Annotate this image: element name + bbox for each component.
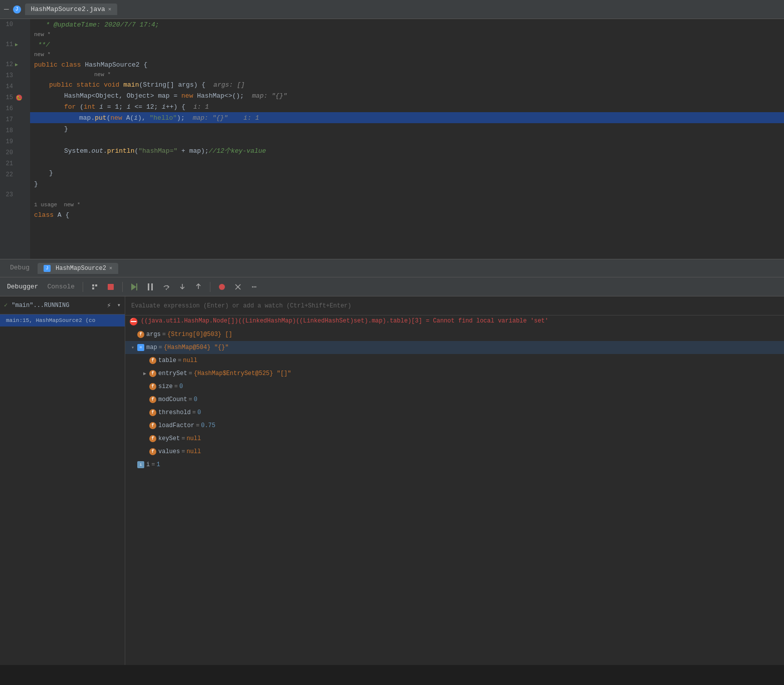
var-table[interactable]: f table = null [125, 354, 784, 367]
code-line-10b: **/ [30, 39, 784, 50]
code-line-19 [30, 156, 784, 167]
expand-thread-icon[interactable]: ▾ [117, 301, 121, 309]
var-loadfactor[interactable]: f loadFactor = 0.75 [125, 419, 784, 432]
tab-hashmap-source[interactable]: J HashMapSource2 × [38, 263, 118, 274]
map-expand-icon[interactable]: ▾ [129, 344, 136, 351]
code-line-13: HashMap<Object, Object> map = new HashMa… [30, 90, 784, 101]
table-type-icon: f [149, 357, 156, 364]
line-num-17: 17 [2, 116, 13, 123]
size-name: size [158, 383, 173, 390]
section-new1: new * [30, 30, 784, 39]
frames-panel: ✓ "main"...RUNNING ⚡ ▾ main:15, HashMapS… [0, 296, 125, 665]
mute-breakpoints-button[interactable] [215, 280, 228, 293]
var-threshold[interactable]: f threshold = 0 [125, 406, 784, 419]
line-num-12: 12 [2, 61, 13, 68]
gutter-row-17: 17 [0, 114, 30, 125]
gutter-row-16: 16 [0, 103, 30, 114]
loadfactor-name: loadFactor [158, 422, 194, 429]
table-name: table [158, 357, 176, 364]
debugger-tab[interactable]: Debugger [4, 283, 41, 290]
more-options-icon: ⋯ [251, 282, 256, 292]
pause-button[interactable] [144, 280, 157, 293]
var-map[interactable]: ▾ = map = {HashMap@504} "{}" [125, 341, 784, 354]
frame-label: main:15, HashMapSource2 (co [6, 317, 95, 323]
usage-label: 1 usage new * [30, 200, 784, 209]
line-num-19: 19 [2, 138, 13, 145]
map-name: map [146, 344, 157, 351]
gutter-row-18: 18 [0, 125, 30, 136]
error-icon: ⛔ [129, 317, 138, 326]
line-num-11: 11 [2, 41, 13, 48]
tab-close-button[interactable]: × [108, 7, 112, 13]
java-file-icon: J [13, 6, 21, 14]
line-num-18: 18 [2, 127, 13, 134]
code-line-10: * @updateTime: 2020/7/7 17:4; [30, 19, 784, 30]
step-into-button[interactable] [176, 280, 189, 293]
variables-panel: Evaluate expression (Enter) or add a wat… [125, 296, 784, 665]
hashmap-tab-close[interactable]: × [109, 265, 113, 271]
gutter-row-new2 [0, 50, 30, 59]
entryset-expand-icon[interactable]: ▶ [141, 370, 148, 377]
modcount-type-icon: f [149, 396, 156, 403]
editor-tab[interactable]: HashMapSource2.java × [25, 4, 118, 15]
keyset-value: null [186, 435, 201, 442]
var-modcount[interactable]: f modCount = 0 [125, 393, 784, 406]
window-menu-icon[interactable]: — [4, 5, 9, 14]
evaluate-placeholder: Evaluate expression (Enter) or add a wat… [131, 302, 351, 309]
size-type-icon: f [149, 383, 156, 390]
filter-icon[interactable]: ⚡ [107, 301, 111, 309]
clear-all-button[interactable] [231, 280, 244, 293]
code-line-23: class A { [30, 209, 784, 220]
stop-button[interactable] [104, 280, 117, 293]
frame-item-main[interactable]: main:15, HashMapSource2 (co [0, 314, 125, 326]
gutter-row-11: 11 ▶ [0, 39, 30, 50]
title-bar: — J HashMapSource2.java × [0, 0, 784, 19]
var-entryset[interactable]: ▶ f entrySet = {HashMap$EntrySet@525} "[… [125, 367, 784, 380]
evaluate-bar[interactable]: Evaluate expression (Enter) or add a wat… [125, 296, 784, 315]
entryset-name: entrySet [158, 370, 187, 377]
more-options-button[interactable]: ⋯ [247, 280, 260, 293]
gutter-row-23: 23 [0, 189, 30, 200]
restore-layout-button[interactable] [88, 280, 101, 293]
table-value: null [183, 357, 197, 364]
code-line-12: public static void main ( String[] args)… [30, 79, 784, 90]
debug-content: ✓ "main"...RUNNING ⚡ ▾ main:15, HashMapS… [0, 296, 784, 665]
var-args[interactable]: f args = {String[0]@503} [] [125, 328, 784, 341]
code-line-15: map. put ( new A( i ), "hello" ); map: "… [30, 112, 784, 123]
section-new2: new * [30, 50, 784, 59]
code-line-17 [30, 134, 784, 145]
line-num-22: 22 [2, 171, 13, 178]
svg-point-8 [219, 284, 225, 290]
entryset-type-icon: f [149, 370, 156, 377]
code-line-18: System. out . println ( "hashMap=" + map… [30, 145, 784, 156]
gutter-row-12: 12 ▶ [0, 59, 30, 70]
clear-all-icon [234, 283, 241, 290]
console-tab[interactable]: Console [44, 283, 78, 290]
i-type-icon: i [137, 461, 144, 468]
var-keyset[interactable]: f keySet = null [125, 432, 784, 445]
line-num-13: 13 [2, 72, 13, 79]
editor-area: 10 11 ▶ 12 ▶ 13 14 15 🐛 16 [0, 19, 784, 259]
gutter-row-new [0, 30, 30, 39]
threshold-type-icon: f [149, 409, 156, 416]
var-i[interactable]: i i = 1 [125, 458, 784, 471]
comment-10: * @updateTime: 2020/7/7 17:4; [42, 21, 159, 29]
args-name: args [146, 331, 161, 338]
running-check-icon: ✓ [4, 301, 8, 309]
var-size[interactable]: f size = 0 [125, 380, 784, 393]
arrow-12: ▶ [15, 62, 22, 68]
entryset-value: {HashMap$EntrySet@525} "[]" [194, 370, 291, 377]
step-over-button[interactable] [160, 280, 173, 293]
gutter-row-22: 22 [0, 169, 30, 180]
step-over-icon [163, 283, 170, 290]
code-line-22 [30, 189, 784, 200]
comment-10b: **/ [34, 41, 50, 49]
line-num-16: 16 [2, 105, 13, 112]
resume-button[interactable] [128, 280, 141, 293]
breakpoint-icon-15[interactable]: 🐛 [16, 95, 22, 101]
var-values[interactable]: f values = null [125, 445, 784, 458]
line-num-10: 10 [2, 21, 13, 28]
i-name: i [146, 461, 150, 468]
step-out-button[interactable] [192, 280, 205, 293]
tab-debug[interactable]: Debug [4, 261, 36, 275]
